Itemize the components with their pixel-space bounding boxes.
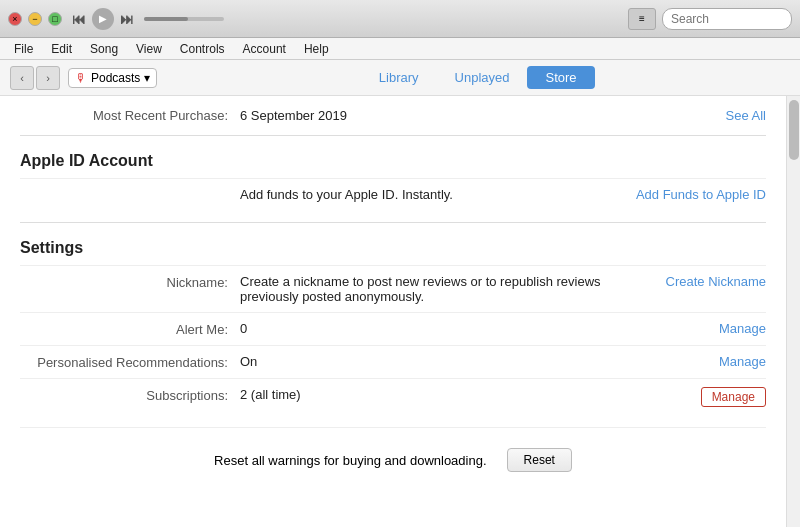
progress-fill <box>144 17 188 21</box>
alert-me-value: 0 <box>240 321 699 336</box>
reset-button[interactable]: Reset <box>507 448 572 472</box>
reset-text: Reset all warnings for buying and downlo… <box>214 453 486 468</box>
tab-bar: Library Unplayed Store <box>165 66 790 89</box>
title-bar-right: ≡ <box>628 8 792 30</box>
fast-forward-button[interactable]: ⏭ <box>120 11 134 27</box>
spacer-2 <box>20 415 766 427</box>
subscriptions-value: 2 (all time) <box>240 387 681 402</box>
personalised-rec-manage-link[interactable]: Manage <box>699 354 766 369</box>
subscriptions-manage-action: Manage <box>681 387 766 407</box>
minimize-button[interactable]: − <box>28 12 42 26</box>
menu-help[interactable]: Help <box>296 40 337 58</box>
add-funds-row: Add funds to your Apple ID. Instantly. A… <box>20 178 766 210</box>
title-bar: × − □ ⏮ ▶ ⏭ ≡ <box>0 0 800 38</box>
add-funds-spacer <box>20 187 240 188</box>
menu-file[interactable]: File <box>6 40 41 58</box>
alert-me-manage-link[interactable]: Manage <box>699 321 766 336</box>
nav-buttons: ‹ › <box>10 66 60 90</box>
subscriptions-row: Subscriptions: 2 (all time) Manage <box>20 378 766 415</box>
personalised-rec-value: On <box>240 354 699 369</box>
play-button[interactable]: ▶ <box>92 8 114 30</box>
restore-button[interactable]: □ <box>48 12 62 26</box>
alert-me-row: Alert Me: 0 Manage <box>20 312 766 345</box>
podcast-icon: 🎙 <box>75 71 87 85</box>
nickname-label: Nickname: <box>20 274 240 290</box>
add-funds-text: Add funds to your Apple ID. Instantly. <box>240 187 616 202</box>
subscriptions-manage-button[interactable]: Manage <box>701 387 766 407</box>
window-controls: × − □ <box>8 12 62 26</box>
most-recent-label: Most Recent Purchase: <box>20 108 240 123</box>
scroll-area: Most Recent Purchase: 6 September 2019 S… <box>0 96 786 527</box>
back-button[interactable]: ‹ <box>10 66 34 90</box>
rewind-button[interactable]: ⏮ <box>72 11 86 27</box>
search-input[interactable] <box>662 8 792 30</box>
main-content: Most Recent Purchase: 6 September 2019 S… <box>0 96 800 527</box>
create-nickname-link[interactable]: Create Nickname <box>646 274 766 289</box>
add-funds-link[interactable]: Add Funds to Apple ID <box>616 187 766 202</box>
nickname-value: Create a nickname to post new reviews or… <box>240 274 646 304</box>
menu-view[interactable]: View <box>128 40 170 58</box>
menu-edit[interactable]: Edit <box>43 40 80 58</box>
source-selector[interactable]: 🎙 Podcasts ▾ <box>68 68 157 88</box>
chevron-down-icon: ▾ <box>144 71 150 85</box>
subscriptions-label: Subscriptions: <box>20 387 240 403</box>
menu-bar: File Edit Song View Controls Account Hel… <box>0 38 800 60</box>
apple-id-heading: Apple ID Account <box>20 136 766 178</box>
scrollbar-thumb[interactable] <box>789 100 799 160</box>
menu-account[interactable]: Account <box>235 40 294 58</box>
personalised-rec-label: Personalised Recommendations: <box>20 354 240 370</box>
personalised-rec-row: Personalised Recommendations: On Manage <box>20 345 766 378</box>
reset-row: Reset all warnings for buying and downlo… <box>20 427 766 492</box>
see-all-link[interactable]: See All <box>726 108 766 123</box>
most-recent-row: Most Recent Purchase: 6 September 2019 S… <box>20 96 766 135</box>
tab-store[interactable]: Store <box>527 66 594 89</box>
tab-library[interactable]: Library <box>361 66 437 89</box>
tab-unplayed[interactable]: Unplayed <box>437 66 528 89</box>
most-recent-value: 6 September 2019 <box>240 108 726 123</box>
toolbar: ‹ › 🎙 Podcasts ▾ Library Unplayed Store <box>0 60 800 96</box>
scrollbar[interactable] <box>786 96 800 527</box>
menu-controls[interactable]: Controls <box>172 40 233 58</box>
spacer-1 <box>20 210 766 222</box>
playback-controls: ⏮ ▶ ⏭ <box>72 8 224 30</box>
source-label: Podcasts <box>91 71 140 85</box>
alert-me-label: Alert Me: <box>20 321 240 337</box>
nickname-row: Nickname: Create a nickname to post new … <box>20 265 766 312</box>
list-view-button[interactable]: ≡ <box>628 8 656 30</box>
menu-song[interactable]: Song <box>82 40 126 58</box>
close-button[interactable]: × <box>8 12 22 26</box>
progress-bar[interactable] <box>144 17 224 21</box>
settings-heading: Settings <box>20 223 766 265</box>
forward-button[interactable]: › <box>36 66 60 90</box>
